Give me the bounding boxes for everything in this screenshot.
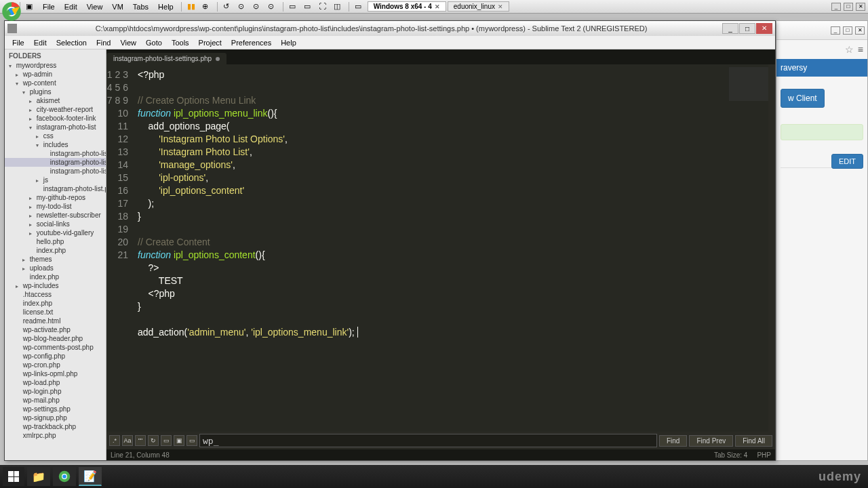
menu-find[interactable]: Find: [92, 37, 115, 48]
tree-node[interactable]: ▸ newsletter-subscriber: [5, 211, 106, 220]
maximize-button[interactable]: □: [739, 23, 755, 34]
vm-menu-help[interactable]: Help: [154, 1, 178, 12]
tree-node[interactable]: instagram-photo-list-scri: [5, 149, 106, 158]
menu-project[interactable]: Project: [194, 37, 226, 48]
tree-node[interactable]: wp-cron.php: [5, 361, 106, 369]
tree-node[interactable]: wp-load.php: [5, 378, 106, 387]
menu-icon[interactable]: ≡: [858, 44, 863, 55]
close-icon[interactable]: ✕: [435, 3, 440, 10]
status-tabsize[interactable]: Tab Size: 4: [714, 451, 747, 459]
find-highlight-button[interactable]: ▣: [174, 435, 184, 446]
tree-node[interactable]: ▸ city-weather-report: [5, 105, 106, 114]
tool-icon[interactable]: ⊙: [238, 2, 248, 12]
taskbar-chrome[interactable]: [53, 467, 76, 486]
tree-node[interactable]: ▾ instagram-photo-list: [5, 123, 106, 131]
scrollbar[interactable]: [768, 64, 775, 432]
vm-tab-windows[interactable]: Windows 8 x64 - 4 ✕: [368, 1, 446, 12]
find-case-button[interactable]: Aa: [122, 435, 133, 446]
sidebar[interactable]: FOLDERS ▾ mywordpress▸ wp-admin▾ wp-cont…: [5, 49, 106, 460]
tree-node[interactable]: instagram-photo-list-sho: [5, 167, 106, 176]
vm-menu-view[interactable]: View: [83, 1, 107, 12]
tool-icon[interactable]: ▭: [289, 2, 298, 12]
tool-icon[interactable]: ⊙: [253, 2, 262, 12]
tree-node[interactable]: license.txt: [5, 308, 106, 317]
tool-icon[interactable]: ▭: [355, 2, 364, 12]
tree-node[interactable]: ▾ includes: [5, 140, 106, 149]
find-prev-button[interactable]: Find Prev: [689, 435, 733, 447]
tree-node[interactable]: wp-links-opml.php: [5, 369, 106, 378]
menu-goto[interactable]: Goto: [141, 37, 167, 48]
tree-node[interactable]: ▸ uploads: [5, 264, 106, 272]
tree-node[interactable]: wp-comments-post.php: [5, 343, 106, 352]
vm-tab-linux[interactable]: eduonix_linux ✕: [448, 1, 509, 12]
menu-file[interactable]: File: [7, 37, 29, 48]
tree-node[interactable]: ▸ css: [5, 131, 106, 140]
tree-node[interactable]: ▾ plugins: [5, 87, 106, 96]
tree-node[interactable]: ▸ my-github-repos: [5, 193, 106, 202]
menu-tools[interactable]: Tools: [167, 37, 194, 48]
vm-close-button[interactable]: ✕: [856, 3, 865, 11]
vm-menu-file[interactable]: File: [39, 1, 59, 12]
minimap[interactable]: [729, 67, 770, 101]
maximize-button[interactable]: □: [843, 26, 852, 35]
tree-node[interactable]: ▸ facebook-footer-link: [5, 114, 106, 123]
minimize-button[interactable]: _: [831, 26, 840, 35]
vm-menu-vm[interactable]: VM: [108, 1, 127, 12]
edit-button[interactable]: EDIT: [831, 154, 863, 169]
tree-node[interactable]: .htaccess: [5, 290, 106, 299]
menu-preferences[interactable]: Preferences: [226, 37, 276, 48]
unity-icon[interactable]: ◫: [334, 2, 343, 12]
vm-menu-tabs[interactable]: Tabs: [129, 1, 153, 12]
tree-node[interactable]: ▸ wp-includes: [5, 281, 106, 290]
taskbar-explorer[interactable]: 📁: [27, 467, 50, 486]
find-button[interactable]: Find: [659, 435, 687, 447]
find-regex-button[interactable]: .*: [109, 435, 120, 446]
tree-node[interactable]: instagram-photo-list-sett: [5, 158, 106, 167]
tool-icon[interactable]: ⊙: [268, 2, 277, 12]
tree-node[interactable]: xmlrpc.php: [5, 431, 106, 440]
tree-node[interactable]: instagram-photo-list.php: [5, 184, 106, 193]
tool-icon[interactable]: ▭: [304, 2, 313, 12]
bookmark-icon[interactable]: ☆: [845, 44, 854, 55]
editor-area[interactable]: 1 2 3 4 5 6 7 8 9 10 11 12 13 14 15 16 1…: [106, 64, 775, 432]
find-all-button[interactable]: Find All: [735, 435, 772, 447]
vm-maximize-button[interactable]: □: [844, 3, 853, 11]
close-button[interactable]: ✕: [855, 26, 865, 35]
tree-node[interactable]: index.php: [5, 272, 106, 281]
tree-node[interactable]: hello.php: [5, 237, 106, 246]
tree-node[interactable]: ▾ mywordpress: [5, 61, 106, 70]
menu-view[interactable]: View: [115, 37, 141, 48]
find-selection-button[interactable]: ▭: [161, 435, 172, 446]
snapshot-icon[interactable]: ⊕: [202, 2, 212, 12]
tree-node[interactable]: ▸ my-todo-list: [5, 202, 106, 211]
tree-node[interactable]: wp-activate.php: [5, 325, 106, 334]
find-wrap-button[interactable]: ↻: [148, 435, 159, 446]
tree-node[interactable]: wp-blog-header.php: [5, 334, 106, 343]
tree-node[interactable]: ▸ social-links: [5, 220, 106, 228]
tree-node[interactable]: ▸ themes: [5, 255, 106, 264]
close-icon[interactable]: ✕: [498, 3, 503, 10]
pause2-icon[interactable]: ▮▮: [187, 2, 197, 12]
tree-node[interactable]: index.php: [5, 246, 106, 255]
minimize-button[interactable]: _: [722, 23, 738, 34]
code-content[interactable]: <?php // Create Options Menu Link functi…: [134, 64, 775, 432]
tree-node[interactable]: wp-signup.php: [5, 413, 106, 422]
start-button[interactable]: [3, 467, 24, 486]
find-input[interactable]: [199, 434, 657, 447]
find-word-button[interactable]: "": [135, 435, 146, 446]
editor-tab[interactable]: instagram-photo-list-settings.php: [106, 53, 226, 64]
tree-node[interactable]: index.php: [5, 299, 106, 308]
new-client-button[interactable]: w Client: [781, 89, 825, 108]
taskbar-sublime[interactable]: 📝: [79, 467, 102, 486]
tool-icon[interactable]: ↺: [223, 2, 233, 12]
tree-node[interactable]: wp-config.php: [5, 352, 106, 361]
tree-node[interactable]: ▾ wp-content: [5, 79, 106, 87]
tree-node[interactable]: wp-login.php: [5, 387, 106, 396]
vm-menu-edit[interactable]: Edit: [60, 1, 81, 12]
tree-node[interactable]: wp-mail.php: [5, 396, 106, 405]
status-lang[interactable]: PHP: [757, 451, 771, 459]
fullscreen-icon[interactable]: ⛶: [319, 2, 328, 12]
tree-node[interactable]: ▸ youtube-vid-gallery: [5, 228, 106, 237]
tree-node[interactable]: readme.html: [5, 317, 106, 325]
menu-edit[interactable]: Edit: [29, 37, 52, 48]
